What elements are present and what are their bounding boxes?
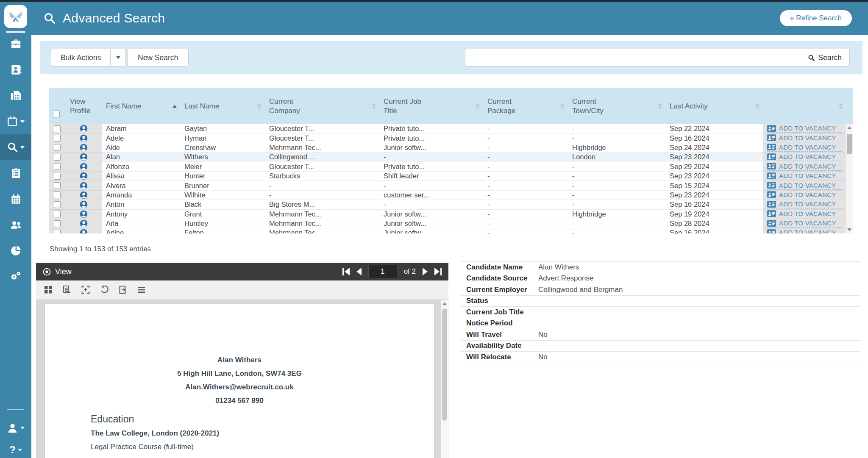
sidebar-item-jobs[interactable] [0,31,31,57]
search-page-icon[interactable] [62,285,72,294]
new-search-button[interactable]: New Search [127,49,189,67]
last-page-button[interactable] [434,268,442,275]
view-toggle[interactable]: View [55,267,72,276]
user-profile-icon[interactable] [80,229,88,233]
user-profile-icon[interactable] [80,210,88,218]
add-to-vacancy-link[interactable]: ADD TO VACANCY [767,200,842,208]
sidebar-item-people[interactable] [0,212,31,238]
row-checkbox[interactable] [54,230,61,233]
scroll-up-icon[interactable] [847,126,851,129]
thumbnails-icon[interactable] [44,285,53,294]
scroll-down-icon[interactable] [847,228,851,231]
col-current-town[interactable]: Current Town/City [568,88,665,124]
add-to-vacancy-label: ADD TO VACANCY [779,153,836,160]
col-last-activity[interactable]: Last Activity [665,88,763,124]
row-checkbox-cell [49,181,66,190]
add-to-vacancy-link[interactable]: ADD TO VACANCY [767,229,842,233]
select-all-checkbox[interactable] [53,111,60,117]
document-scrollbar[interactable] [441,300,448,458]
add-to-vacancy-link[interactable]: ADD TO VACANCY [767,153,842,161]
row-checkbox[interactable] [54,163,61,170]
search-button[interactable]: Search [800,49,850,67]
add-to-vacancy-cell: ADD TO VACANCY [763,200,846,209]
col-current-job-title[interactable]: Current Job Title [379,88,483,124]
row-checkbox[interactable] [54,211,61,217]
current-town-cell: Highbridge [568,210,665,219]
first-name-cell: Arline [102,228,180,233]
first-page-button[interactable] [342,268,350,275]
sidebar-item-search[interactable] [0,134,31,160]
row-checkbox[interactable] [54,125,61,132]
col-current-company[interactable]: Current Company [265,88,379,124]
detail-row: Will TravelNo [461,329,860,341]
view-profile-cell [66,172,102,181]
last-name-cell: Meier [180,162,265,172]
scroll-up-icon[interactable] [442,302,447,305]
user-profile-icon[interactable] [80,219,88,228]
detail-row: Availability Date [461,341,860,352]
sidebar-item-settings[interactable] [0,264,31,289]
sidebar-item-account[interactable] [0,417,31,439]
sidebar-item-contacts[interactable] [0,57,31,83]
next-page-button[interactable] [423,268,428,275]
row-checkbox[interactable] [54,201,61,208]
current-package-cell: - [483,228,568,233]
user-profile-icon[interactable] [80,182,88,190]
bulk-actions-button[interactable]: Bulk Actions [51,49,111,67]
bulk-actions-dropdown-button[interactable] [111,49,126,67]
col-last-name[interactable]: Last Name [180,88,265,124]
add-to-vacancy-link[interactable]: ADD TO VACANCY [767,134,842,142]
rotate-icon[interactable] [100,285,109,294]
current-job-title-cell: Junior softw... [379,219,483,228]
col-first-name[interactable]: First Name [102,88,180,124]
user-profile-icon[interactable] [80,125,88,133]
sidebar-item-reports[interactable] [0,238,31,264]
last-activity-cell: Sep 15 2024 [665,181,763,190]
table-row: AbramGaytanGloucester T...Private tuto..… [49,124,846,133]
sidebar-item-help[interactable]: ? [0,439,31,458]
user-profile-icon[interactable] [80,172,88,180]
page-number-input[interactable] [368,265,397,278]
user-profile-icon[interactable] [80,191,88,199]
add-to-vacancy-link[interactable]: ADD TO VACANCY [767,191,842,199]
fit-selection-icon[interactable] [81,285,90,294]
row-checkbox[interactable] [54,154,61,161]
row-checkbox[interactable] [54,182,61,189]
add-to-vacancy-link[interactable]: ADD TO VACANCY [767,182,842,190]
row-checkbox[interactable] [54,173,61,180]
last-activity-cell: Sep 29 2024 [665,162,763,172]
add-to-vacancy-link[interactable]: ADD TO VACANCY [767,219,842,228]
refine-search-button[interactable]: « Refine Search [780,10,852,26]
user-profile-icon[interactable] [80,200,88,208]
row-checkbox[interactable] [54,220,61,227]
prev-page-button[interactable] [356,268,362,275]
table-scrollbar[interactable] [846,124,853,233]
sidebar-item-calendar[interactable] [0,186,31,212]
add-to-vacancy-link[interactable]: ADD TO VACANCY [767,172,842,180]
col-current-package[interactable]: Current Package [483,88,568,124]
sidebar-item-events[interactable] [0,108,31,134]
user-profile-icon[interactable] [80,163,88,171]
add-to-vacancy-link[interactable]: ADD TO VACANCY [767,125,842,133]
view-profile-cell [66,219,102,228]
app-logo[interactable] [4,5,27,28]
id-card-icon [767,182,776,189]
sidebar-item-fax[interactable] [0,83,31,108]
add-to-vacancy-link[interactable]: ADD TO VACANCY [767,144,842,152]
scrollbar-thumb[interactable] [442,308,447,421]
row-checkbox[interactable] [54,144,61,151]
row-checkbox[interactable] [54,135,61,142]
add-to-vacancy-link[interactable]: ADD TO VACANCY [767,163,842,171]
user-profile-icon[interactable] [80,134,88,142]
user-profile-icon[interactable] [80,153,88,161]
view-profile-cell [66,191,102,200]
detail-row: Status [461,296,860,307]
row-checkbox[interactable] [54,192,61,198]
add-to-vacancy-link[interactable]: ADD TO VACANCY [767,210,842,218]
export-page-icon[interactable] [118,285,128,294]
scrollbar-thumb[interactable] [847,134,852,154]
user-profile-icon[interactable] [80,144,88,152]
search-input[interactable] [465,49,800,67]
text-view-icon[interactable] [137,285,146,294]
sidebar-item-tasks[interactable] [0,160,31,186]
